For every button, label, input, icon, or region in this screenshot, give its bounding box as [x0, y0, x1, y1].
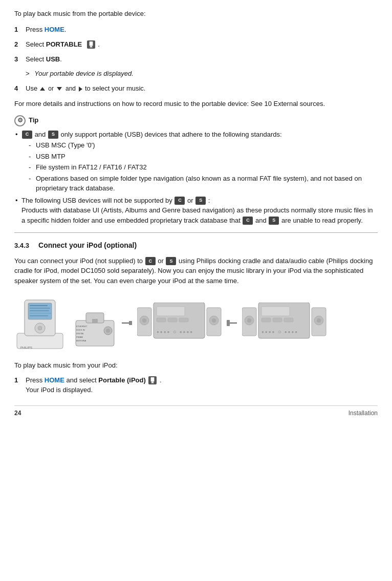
svg-rect-32 [168, 318, 177, 322]
svg-text:FM/AM: FM/AM [76, 336, 83, 338]
tip-bullet-2-prefix: The following USB devices will not be su… [21, 197, 174, 204]
svg-point-42 [247, 318, 251, 322]
svg-rect-52 [151, 377, 155, 382]
svg-rect-38 [227, 320, 230, 326]
svg-point-23 [106, 329, 110, 333]
svg-rect-31 [157, 318, 166, 322]
svg-text:DIGITAL: DIGITAL [76, 332, 84, 335]
step-3: 3 Select USB. [14, 55, 378, 64]
svg-rect-25 [129, 321, 132, 325]
section-num: 3.4.3 [14, 242, 29, 249]
sub-note-arrow: > [26, 70, 30, 77]
icon-s-1: S [48, 131, 58, 139]
intro-text: To play back music from the portable dev… [14, 9, 378, 19]
step-3-text-before: Select [26, 55, 46, 63]
section-3-4-3-header: 3.4.3 Connect your iPod (optional) [14, 240, 378, 251]
svg-rect-0 [89, 41, 93, 46]
arrow-right-icon [79, 87, 82, 92]
svg-rect-10 [30, 315, 48, 316]
step-1-text-before: Press [26, 26, 45, 33]
step-ipod-home: HOME [45, 376, 64, 384]
section-body-or: or [158, 257, 165, 265]
tip-sub-1-3: File system in FAT12 / FAT16 / FAT32 [28, 162, 378, 173]
tip-sub-1-2: USB MTP [28, 152, 378, 162]
step-3-content: Select USB. [26, 55, 378, 64]
playback-intro: To play back music from your iPod: [14, 360, 378, 371]
icon-c-4: C [145, 257, 156, 265]
svg-rect-1 [90, 46, 92, 47]
tip-label: Tip [29, 116, 38, 125]
step-2-period: . [98, 40, 100, 48]
step-2-content: Select PORTABLE . [26, 40, 378, 50]
section-body-text: You can connect your iPod (not supplied)… [14, 256, 378, 286]
connector-line-1 [122, 318, 132, 328]
sub-note-text: Your portable device is displayed. [34, 70, 134, 77]
page-content: To play back music from the portable dev… [14, 9, 378, 418]
step-2-number: 2 [14, 40, 26, 50]
arrow-down-icon [57, 87, 62, 91]
tip-and-2: and [255, 217, 268, 224]
svg-rect-44 [262, 307, 290, 316]
step-4-content: Use or and to select your music. [26, 84, 378, 94]
svg-point-37 [212, 318, 216, 322]
dock-svg: ETHERNET DOCK IN DIGITAL FM/AM ANTENNA [73, 297, 117, 349]
step-4-prefix: Use [26, 84, 39, 92]
svg-rect-45 [262, 318, 271, 322]
step-1-content: Press HOME. [26, 25, 378, 35]
step-4-text: to select your music. [85, 84, 146, 92]
svg-rect-30 [157, 307, 185, 316]
tip-or-text: or [187, 197, 195, 204]
step-3-highlight: USB [46, 55, 60, 63]
svg-rect-2 [90, 47, 92, 48]
step-2: 2 Select PORTABLE . [14, 40, 378, 50]
section-body-part1: You can connect your iPod (not supplied)… [14, 257, 145, 265]
step-4-number: 4 [14, 84, 26, 94]
section-title: Connect your iPod (optional) [38, 241, 137, 249]
svg-text:ANTENNA: ANTENNA [76, 339, 86, 342]
ipod-svg: PHILIPS [14, 295, 68, 351]
speaker-system-2: ●●●● ⊙ ●●●● [242, 303, 326, 343]
icon-s-4: S [166, 257, 176, 265]
detail-bold: 10 External sources [264, 100, 323, 107]
svg-rect-7 [30, 308, 50, 309]
tip-header: ⚙ Tip [14, 115, 378, 126]
step-1-highlight: HOME [45, 26, 64, 33]
svg-text:DOCK IN: DOCK IN [76, 329, 85, 331]
step-ipod-sub: Your iPod is displayed. [26, 386, 93, 394]
arrow-up-icon [40, 87, 45, 91]
svg-rect-54 [151, 383, 154, 383]
step-ipod-num: 1 [14, 376, 26, 385]
step-ipod-1: 1 Press HOME and select Portable (iPod) … [14, 376, 378, 395]
step-2-highlight: PORTABLE [46, 40, 82, 48]
step-1: 1 Press HOME. [14, 25, 378, 35]
detail-paragraph: For more details and instructions on how… [14, 99, 378, 109]
tip-sub-1-1: USB MSC (Type '0') [28, 140, 378, 150]
svg-rect-6 [30, 305, 48, 306]
tip-bullet-1-text: only support portable (USB) devices that… [61, 131, 282, 138]
svg-rect-47 [284, 318, 293, 322]
tip-bullet-list: C and S only support portable (USB) devi… [14, 130, 378, 226]
tip-bullet-2-colon: : [208, 197, 210, 204]
and-text: and [66, 85, 77, 92]
tip-bullet-2: The following USB devices will not be su… [14, 196, 378, 226]
diagram-area: PHILIPS ETHERNET DOCK IN DIGITAL FM/AM A… [14, 295, 378, 351]
step-ipod-mid: and select [64, 376, 99, 384]
step-1-text-after: . [64, 26, 67, 33]
detail-end: . [323, 100, 325, 107]
svg-text:●●●● ⊙ ●●●●: ●●●● ⊙ ●●●● [157, 330, 193, 334]
portable-icon-2 [148, 376, 157, 384]
tip-section: ⚙ Tip C and S only support portable (USB… [14, 115, 378, 226]
portable-icon [87, 40, 95, 49]
icon-c-1: C [22, 131, 32, 139]
svg-rect-53 [152, 382, 154, 383]
detail-text-part: For more details and instructions on how… [14, 100, 264, 107]
svg-text:●●●● ⊙ ●●●●: ●●●● ⊙ ●●●● [262, 330, 298, 334]
step-ipod-before: Press [26, 376, 45, 384]
connector-line-2 [227, 318, 237, 328]
tip-icon: ⚙ [14, 115, 26, 126]
page-section-label: Installation [349, 409, 378, 418]
step-3-text-after: . [60, 55, 62, 63]
svg-rect-33 [179, 318, 188, 322]
section-num-space [31, 242, 37, 249]
tip-sub-list-1: USB MSC (Type '0') USB MTP File system i… [28, 140, 378, 193]
